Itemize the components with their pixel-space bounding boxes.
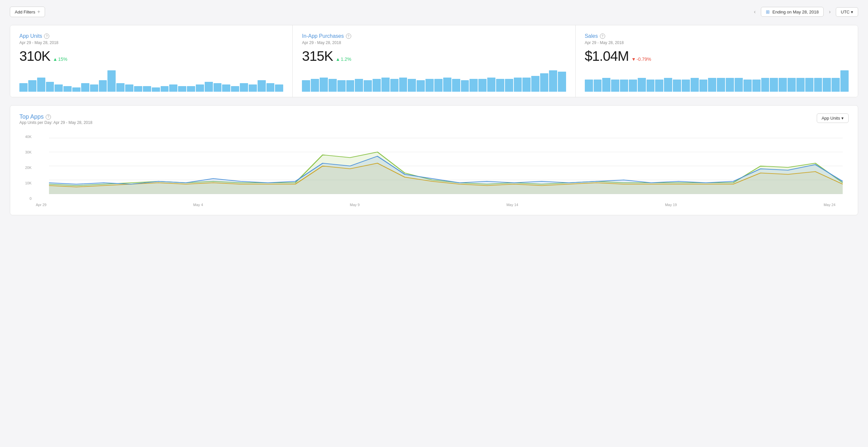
top-apps-help-icon: ?: [46, 114, 51, 120]
bar: [81, 83, 89, 92]
metric-card-sales: Sales ? Apr 29 - May 28, 2018 $1.04M ▼ -…: [576, 25, 858, 97]
bar: [761, 78, 769, 92]
bar: [531, 76, 539, 92]
bar: [443, 78, 452, 92]
calendar-icon: ⊞: [766, 9, 770, 14]
cards-row: App Units ? Apr 29 - May 28, 2018 310K ▲…: [10, 25, 858, 97]
bar: [708, 78, 716, 92]
bar: [673, 80, 681, 92]
bar: [735, 78, 743, 92]
metric-date: Apr 29 - May 28, 2018: [20, 40, 283, 45]
metric-title: App Units ?: [20, 33, 283, 39]
bar: [320, 78, 328, 92]
bar: [805, 78, 813, 92]
bottom-header: Top Apps ? App Units per Day: Apr 29 - M…: [20, 113, 848, 131]
bar: [752, 80, 761, 92]
bar: [257, 80, 266, 92]
metric-value-row: 315K ▲ 1.2%: [302, 48, 566, 64]
bar: [770, 78, 778, 92]
bar: [178, 86, 186, 92]
change-value: 1.2%: [341, 57, 351, 62]
bar: [779, 78, 787, 92]
y-axis-label: 10K: [20, 181, 32, 185]
dropdown-arrow-icon: ▾: [841, 116, 844, 121]
bar-chart: [302, 69, 566, 92]
bar: [161, 86, 169, 92]
bar: [408, 79, 416, 92]
bar: [540, 73, 548, 92]
metric-change: ▲ 15%: [53, 57, 67, 62]
bar: [143, 86, 151, 92]
bar: [72, 87, 81, 92]
next-date-button[interactable]: ›: [826, 7, 833, 16]
bar: [549, 70, 557, 92]
bar: [690, 78, 699, 92]
y-axis-label: 0: [20, 197, 32, 201]
change-arrow-icon: ▼: [631, 57, 636, 62]
metric-value: 310K: [20, 48, 50, 64]
metric-value: $1.04M: [585, 48, 629, 64]
bar: [620, 80, 628, 92]
metric-change: ▼ -0.79%: [631, 57, 651, 62]
bar: [346, 80, 354, 92]
x-axis-label: May 19: [665, 203, 677, 207]
bar: [28, 80, 36, 92]
timezone-button[interactable]: UTC ▾: [836, 7, 858, 17]
bar: [832, 78, 840, 92]
line-chart-svg: [20, 135, 848, 201]
bar: [426, 79, 434, 92]
bar: [814, 78, 822, 92]
bar: [823, 78, 831, 92]
bar: [726, 78, 734, 92]
bar: [20, 83, 28, 92]
bar: [434, 79, 442, 92]
bar: [602, 78, 611, 92]
app-units-dropdown[interactable]: App Units ▾: [817, 113, 848, 123]
top-apps-title: Top Apps: [20, 113, 44, 120]
top-bar: Add Filters + ‹ ⊞ Ending on May 28, 2018…: [10, 7, 858, 17]
metric-date: Apr 29 - May 28, 2018: [302, 40, 566, 45]
bar: [214, 83, 222, 92]
bar: [638, 78, 646, 92]
plus-icon: +: [37, 9, 40, 15]
bar: [222, 85, 230, 92]
bar: [55, 85, 63, 92]
metric-title: In-App Purchases ?: [302, 33, 566, 39]
bar: [452, 79, 460, 92]
bar: [249, 85, 257, 92]
bar: [522, 78, 531, 92]
bar: [373, 79, 381, 92]
bar: [682, 80, 690, 92]
y-axis: 40K30K20K10K0: [20, 135, 34, 201]
help-icon: ?: [346, 33, 351, 39]
bar: [796, 78, 805, 92]
bar: [125, 85, 133, 92]
bar: [329, 79, 337, 92]
bar: [90, 85, 98, 92]
area-Units App: [49, 156, 843, 194]
change-value: -0.79%: [637, 57, 651, 62]
bar: [664, 78, 672, 92]
bar: [337, 80, 346, 92]
metric-card-in-app-purchases: In-App Purchases ? Apr 29 - May 28, 2018…: [293, 25, 575, 97]
bar: [116, 83, 125, 92]
bar: [37, 78, 45, 92]
change-arrow-icon: ▲: [335, 57, 340, 62]
bar: [469, 79, 478, 92]
date-pill: ⊞ Ending on May 28, 2018: [761, 7, 824, 17]
bar: [311, 79, 319, 92]
date-label: Ending on May 28, 2018: [772, 9, 819, 14]
bar: [487, 78, 495, 92]
bar: [743, 80, 752, 92]
bar: [478, 79, 487, 92]
prev-date-button[interactable]: ‹: [751, 7, 758, 16]
bar: [381, 78, 390, 92]
add-filters-button[interactable]: Add Filters +: [10, 7, 45, 17]
bar: [390, 79, 399, 92]
bar: [585, 80, 593, 92]
bar: [63, 86, 72, 92]
metric-title-text: Sales: [585, 33, 598, 39]
top-apps-section: Top Apps ? App Units per Day: Apr 29 - M…: [10, 105, 858, 215]
bar: [187, 86, 195, 92]
bar: [594, 80, 602, 92]
